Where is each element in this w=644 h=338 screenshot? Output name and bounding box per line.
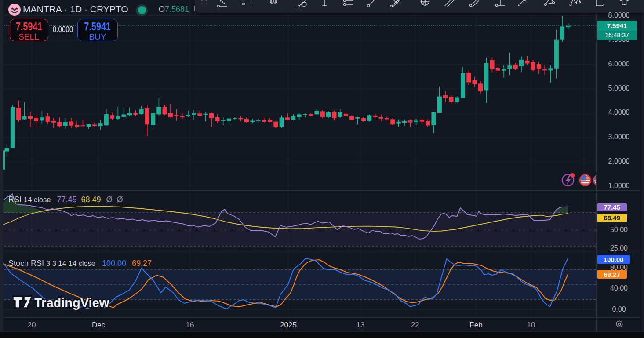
svg-text:TradingView: TradingView <box>34 296 109 310</box>
